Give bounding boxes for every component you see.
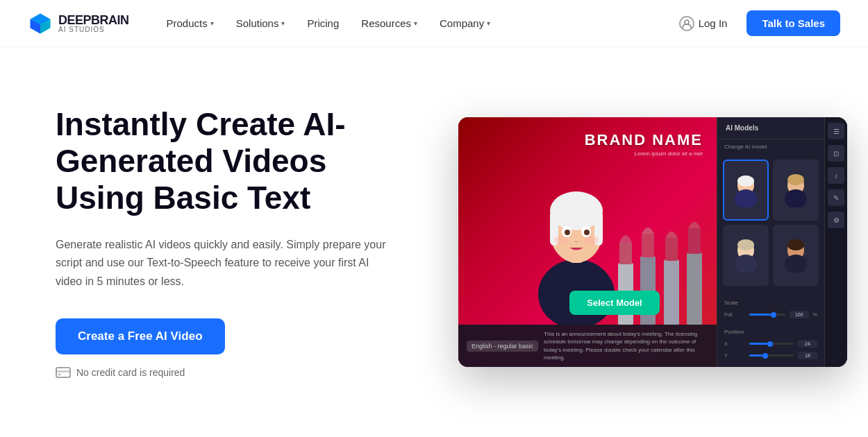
- svg-point-33: [785, 189, 807, 207]
- nav-item-pricing[interactable]: Pricing: [297, 12, 349, 35]
- panel-title: AI Models: [717, 117, 824, 139]
- video-preview: BRAND NAME Lorem ipsum dolor sit a met: [458, 117, 847, 367]
- chevron-down-icon: ▾: [414, 19, 417, 27]
- svg-point-17: [584, 230, 590, 235]
- nav-item-company[interactable]: Company ▾: [430, 12, 500, 35]
- video-main-area: BRAND NAME Lorem ipsum dolor sit a met: [458, 117, 717, 367]
- svg-rect-25: [665, 238, 678, 261]
- scale-slider-track[interactable]: [749, 314, 785, 316]
- model-card-1[interactable]: [723, 160, 769, 221]
- main-content: Instantly Create AI-Generated Videos Usi…: [0, 47, 868, 437]
- language-badge: English - regular basic: [467, 341, 538, 352]
- model-card-3[interactable]: [723, 225, 769, 286]
- no-credit-notice: No credit card is required: [56, 367, 417, 378]
- talk-to-sales-button[interactable]: Talk to Sales: [746, 10, 840, 36]
- svg-rect-26: [687, 252, 702, 325]
- svg-point-19: [585, 236, 599, 244]
- svg-point-36: [735, 255, 757, 273]
- hero-left: Instantly Create AI-Generated Videos Usi…: [56, 106, 417, 378]
- ai-models-panel: AI Models Change AI model: [717, 117, 824, 367]
- panel-icon-2[interactable]: ⊡: [828, 145, 844, 162]
- y-slider[interactable]: [749, 354, 794, 357]
- model-card-4[interactable]: [773, 225, 819, 286]
- model-card-inner-4: [773, 225, 819, 286]
- nav-right: Log In Talk to Sales: [668, 10, 840, 37]
- chevron-down-icon: ▾: [210, 19, 214, 27]
- svg-rect-23: [642, 234, 654, 257]
- logo-text: DEEPBRAIN AI STUDIOS: [58, 14, 129, 33]
- transcript-text: This is an announcement about today's me…: [544, 330, 708, 361]
- panel-icon-4[interactable]: ✎: [828, 189, 844, 206]
- logo[interactable]: DEEPBRAIN AI STUDIOS: [28, 11, 129, 36]
- position-x-row: X 24: [717, 338, 824, 350]
- svg-point-4: [685, 20, 689, 24]
- scale-slider-label: Full: [724, 312, 745, 317]
- model-grid: [717, 154, 824, 291]
- nav-item-resources[interactable]: Resources ▾: [351, 12, 427, 35]
- scale-value: 100: [790, 311, 809, 318]
- y-value: 18: [798, 352, 817, 359]
- model-card-2[interactable]: [773, 160, 819, 221]
- svg-rect-6: [56, 370, 70, 372]
- panel-icons-strip: ☰ ⊡ ♪ ✎ ⚙: [824, 117, 847, 367]
- x-slider[interactable]: [749, 343, 794, 345]
- x-value: 24: [798, 340, 817, 348]
- logo-brand: DEEPBRAIN: [58, 14, 129, 26]
- create-free-video-button[interactable]: Create a Free AI Video: [56, 318, 225, 354]
- svg-rect-24: [664, 259, 679, 325]
- svg-point-32: [787, 174, 804, 185]
- logo-sub: AI STUDIOS: [58, 26, 129, 33]
- svg-point-38: [787, 239, 804, 250]
- panel-icon-3[interactable]: ♪: [828, 167, 844, 184]
- user-icon: [679, 16, 694, 31]
- select-model-button[interactable]: Select Model: [569, 291, 660, 315]
- panel-change-model: Change AI model: [717, 139, 824, 154]
- hero-subtext: Generate realistic AI videos quickly and…: [56, 236, 389, 291]
- panel-change-model-label: Change AI model: [724, 144, 767, 150]
- chevron-down-icon: ▾: [487, 19, 490, 27]
- svg-rect-27: [688, 228, 701, 254]
- model-card-inner-3: [723, 225, 769, 286]
- hero-headline: Instantly Create AI-Generated Videos Usi…: [56, 106, 417, 216]
- svg-point-35: [737, 239, 754, 250]
- svg-point-29: [737, 175, 754, 187]
- login-button[interactable]: Log In: [668, 10, 739, 37]
- chevron-down-icon: ▾: [281, 19, 285, 27]
- svg-point-30: [735, 189, 757, 207]
- brand-subtitle-text: Lorem ipsum dolor sit a met: [585, 151, 703, 157]
- position-y-row: Y 18: [717, 350, 824, 361]
- navigation: DEEPBRAIN AI STUDIOS Products ▾ Solution…: [0, 0, 868, 47]
- hero-right: BRAND NAME Lorem ipsum dolor sit a met: [458, 117, 847, 367]
- y-label: Y: [724, 353, 745, 358]
- brand-overlay: BRAND NAME Lorem ipsum dolor sit a met: [585, 131, 703, 157]
- credit-card-icon: [56, 367, 71, 378]
- video-bottom-bar: English - regular basic This is an annou…: [458, 325, 717, 367]
- svg-point-18: [554, 236, 568, 244]
- panel-icon-5[interactable]: ⚙: [828, 212, 844, 228]
- scale-slider-row: Full 100 %: [717, 309, 824, 320]
- position-label: Position: [717, 326, 824, 338]
- panel-icon-1[interactable]: ☰: [828, 123, 844, 139]
- svg-rect-7: [58, 374, 61, 375]
- svg-point-16: [565, 230, 570, 235]
- svg-rect-21: [619, 242, 632, 264]
- nav-item-solutions[interactable]: Solutions ▾: [226, 12, 295, 35]
- model-card-inner-2: [773, 160, 819, 221]
- svg-point-39: [785, 255, 807, 273]
- lipstick-products: [612, 221, 703, 332]
- logo-icon: [28, 11, 53, 36]
- nav-item-products[interactable]: Products ▾: [157, 12, 224, 35]
- scale-label: Scale: [717, 297, 824, 309]
- nav-links: Products ▾ Solutions ▾ Pricing Resources…: [157, 12, 668, 35]
- brand-name-text: BRAND NAME: [585, 131, 703, 149]
- model-card-inner-1: [724, 161, 767, 219]
- x-label: X: [724, 341, 745, 346]
